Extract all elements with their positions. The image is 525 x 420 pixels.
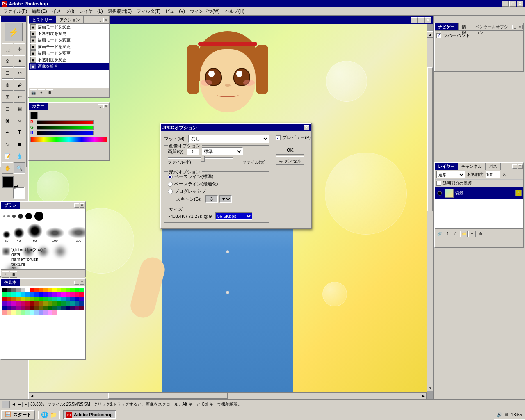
color-swatch[interactable] [2, 288, 7, 292]
color-swatch[interactable] [21, 297, 25, 301]
color-swatch[interactable] [70, 306, 75, 310]
layer-delete-btn[interactable]: 🗑 [477, 231, 484, 237]
history-item-3[interactable]: ▣ 描画モードを変更 [29, 37, 109, 43]
quality-slider-thumb[interactable] [201, 156, 205, 162]
color-swatch[interactable] [16, 297, 21, 301]
color-swatch[interactable] [57, 292, 61, 297]
color-swatch[interactable] [34, 292, 39, 297]
color-swatch[interactable] [52, 288, 57, 292]
color-swatch[interactable] [43, 306, 48, 310]
color-swatch[interactable] [61, 301, 66, 306]
brush-soft-1[interactable] [2, 231, 11, 239]
color-swatch[interactable] [48, 292, 52, 297]
color-swatch[interactable] [57, 301, 61, 306]
color-fg-preview[interactable] [30, 112, 38, 119]
color-swatch[interactable] [25, 301, 30, 306]
color-swatch[interactable] [61, 292, 66, 297]
color-swatch[interactable] [21, 306, 25, 310]
color-swatch[interactable] [21, 288, 25, 292]
history-item-7[interactable]: ▣ 画像を統合 [29, 63, 109, 70]
brush-dot-4[interactable] [18, 214, 23, 219]
color-swatch[interactable] [25, 292, 30, 297]
menu-view[interactable]: ビュー(V) [163, 7, 187, 15]
tool-blur[interactable]: ◉ [2, 115, 13, 126]
color-swatch[interactable] [7, 306, 11, 310]
foreground-color[interactable] [2, 176, 14, 188]
color-swatch[interactable] [66, 297, 70, 301]
layer-item-background[interactable]: 背景 🔒 [435, 187, 523, 199]
color-swatch[interactable] [30, 301, 34, 306]
color-swatch[interactable] [43, 288, 48, 292]
menu-image[interactable]: イメージ(I) [50, 7, 77, 15]
tool-notes[interactable]: 📝 [2, 151, 13, 162]
tab-swatches[interactable]: 色見本 [1, 279, 20, 286]
tool-slice[interactable]: ✂ [14, 67, 25, 79]
color-swatch[interactable] [79, 306, 84, 310]
color-swatch[interactable] [48, 288, 52, 292]
tool-zoom[interactable]: 🔍 [14, 162, 25, 174]
color-swatch[interactable] [11, 292, 16, 297]
color-swatch[interactable] [48, 301, 52, 306]
baseline-opt-radio[interactable] [168, 182, 173, 187]
tab-history[interactable]: ヒストリー [29, 16, 56, 23]
scroll-down-btn[interactable]: ▼ [427, 385, 433, 391]
color-swatch[interactable] [11, 310, 16, 315]
color-panel-close[interactable]: ✕ [103, 104, 108, 108]
color-swatch[interactable] [43, 310, 48, 315]
color-swatch[interactable] [16, 310, 21, 315]
color-swatch[interactable] [66, 288, 70, 292]
color-swatch[interactable] [39, 297, 43, 301]
taskbar-app-photoshop[interactable]: Ps Adobe Photoshop [63, 410, 116, 419]
color-swatch[interactable] [21, 301, 25, 306]
matte-select[interactable]: なし [188, 135, 269, 143]
doc-close-button[interactable]: ✕ [425, 17, 431, 23]
swatch-panel-minimize[interactable]: _ [74, 281, 79, 285]
tool-move[interactable]: ✛ [14, 43, 25, 55]
tab-actions[interactable]: アクション [56, 16, 84, 23]
color-swatch[interactable] [7, 288, 11, 292]
color-swatch[interactable] [52, 301, 57, 306]
tool-path-select[interactable]: ▷ [2, 139, 13, 150]
quality-slider[interactable] [168, 157, 233, 159]
color-swatch[interactable] [34, 301, 39, 306]
tab-layers[interactable]: レイヤー [435, 163, 458, 170]
color-swatch[interactable] [21, 310, 25, 315]
color-swatch[interactable] [11, 288, 16, 292]
history-panel-minimize[interactable]: _ [98, 18, 103, 22]
color-swatch[interactable] [25, 297, 30, 301]
color-swatch[interactable] [66, 306, 70, 310]
tab-pen-options[interactable]: ペンツールオプション [472, 23, 512, 30]
minimize-button[interactable]: _ [502, 1, 509, 7]
layers-close[interactable]: ✕ [518, 164, 523, 169]
tool-type[interactable]: T [14, 127, 25, 138]
tool-crop[interactable]: ⊡ [2, 67, 13, 79]
tool-eraser[interactable]: ◻ [2, 103, 13, 114]
tool-pen[interactable]: ✒ [2, 127, 13, 138]
color-swatch[interactable] [66, 301, 70, 306]
color-swatch[interactable] [11, 297, 16, 301]
tool-gradient[interactable]: ▦ [14, 103, 25, 114]
brush-soft-5[interactable] [67, 226, 85, 239]
progressive-radio[interactable] [168, 189, 173, 194]
color-swatch[interactable] [70, 297, 75, 301]
color-swatch[interactable] [30, 297, 34, 301]
brushes-panel-minimize[interactable]: _ [74, 203, 79, 208]
tool-marquee[interactable]: ⬚ [2, 43, 13, 55]
tool-dodge[interactable]: ○ [14, 115, 25, 126]
color-swatch[interactable] [7, 301, 11, 306]
layer-effects-btn[interactable]: f [444, 231, 451, 237]
tool-lasso[interactable]: ⊙ [2, 55, 13, 67]
color-swatch[interactable] [48, 310, 52, 315]
scrollbar-vertical[interactable]: ▲ ▼ [427, 31, 433, 391]
color-swatch[interactable] [25, 288, 30, 292]
tab-channels[interactable]: チャンネル [458, 163, 486, 170]
color-swatch[interactable] [16, 288, 21, 292]
color-swatch[interactable] [2, 297, 7, 301]
color-swatch[interactable] [70, 288, 75, 292]
tool-history-brush[interactable]: ↩ [14, 91, 25, 103]
color-swatch[interactable] [75, 292, 79, 297]
color-swatch[interactable] [39, 306, 43, 310]
tool-eyedropper[interactable]: 💧 [14, 151, 25, 162]
color-swatch[interactable] [43, 301, 48, 306]
color-swatch[interactable] [16, 306, 21, 310]
